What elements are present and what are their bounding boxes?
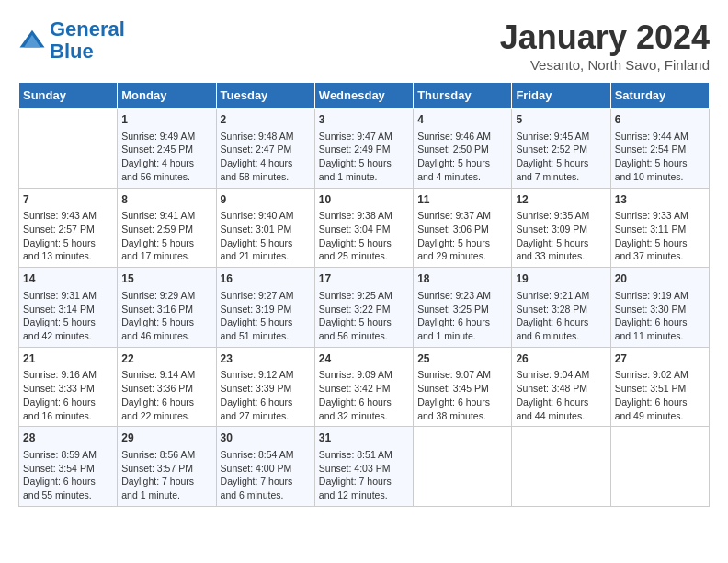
day-info-line: Daylight: 7 hours — [121, 475, 211, 488]
day-number: 14 — [23, 271, 113, 287]
calendar-week-row: 28Sunrise: 8:59 AMSunset: 3:54 PMDayligh… — [19, 427, 710, 507]
day-info-line: and 33 minutes. — [516, 249, 606, 263]
day-info-line: Sunrise: 9:41 AM — [121, 209, 211, 223]
day-info-line: Sunset: 3:06 PM — [417, 223, 507, 236]
day-info-line: Sunrise: 8:54 AM — [221, 448, 311, 462]
day-number: 12 — [516, 192, 606, 208]
day-info-line: Sunset: 2:49 PM — [319, 143, 409, 156]
day-info-line: Sunrise: 9:45 AM — [516, 130, 606, 144]
calendar-cell: 16Sunrise: 9:27 AMSunset: 3:19 PMDayligh… — [216, 268, 314, 348]
day-number: 10 — [319, 192, 409, 208]
day-info-line: Daylight: 5 hours — [121, 236, 211, 250]
day-info-line: Sunset: 3:42 PM — [319, 382, 409, 396]
day-info-line: and 13 minutes. — [23, 249, 113, 263]
day-info-line: Sunrise: 9:47 AM — [319, 130, 409, 144]
day-info-line: Sunset: 3:33 PM — [23, 382, 113, 396]
calendar-cell: 9Sunrise: 9:40 AMSunset: 3:01 PMDaylight… — [216, 188, 314, 268]
calendar-cell: 23Sunrise: 9:12 AMSunset: 3:39 PMDayligh… — [216, 347, 314, 427]
day-number: 7 — [23, 192, 113, 208]
calendar-cell — [19, 109, 118, 189]
day-info-line: Daylight: 5 hours — [516, 236, 606, 250]
logo-line1: General — [50, 17, 125, 40]
day-info-line: Sunset: 3:01 PM — [221, 223, 311, 236]
calendar-cell: 28Sunrise: 8:59 AMSunset: 3:54 PMDayligh… — [19, 427, 118, 507]
day-info-line: Sunset: 3:25 PM — [417, 303, 507, 316]
day-of-week-header: Monday — [118, 83, 216, 109]
calendar-cell: 30Sunrise: 8:54 AMSunset: 4:00 PMDayligh… — [216, 427, 314, 507]
day-number: 24 — [319, 351, 409, 367]
calendar-cell: 1Sunrise: 9:49 AMSunset: 2:45 PMDaylight… — [118, 109, 216, 189]
day-info-line: Daylight: 5 hours — [417, 156, 507, 170]
day-info-line: and 6 minutes. — [221, 488, 311, 502]
day-info-line: Daylight: 5 hours — [319, 156, 409, 170]
day-info-line: and 6 minutes. — [516, 329, 606, 343]
day-info-line: Daylight: 5 hours — [516, 156, 606, 170]
day-info-line: Daylight: 6 hours — [615, 316, 705, 329]
day-info-line: and 55 minutes. — [23, 488, 113, 502]
day-info-line: Daylight: 4 hours — [121, 156, 211, 170]
day-info-line: Sunrise: 9:07 AM — [417, 368, 507, 382]
day-info-line: Sunset: 3:19 PM — [221, 303, 311, 316]
calendar-table: SundayMondayTuesdayWednesdayThursdayFrid… — [18, 82, 710, 507]
day-info-line: Sunset: 3:16 PM — [121, 303, 211, 316]
day-number: 3 — [319, 112, 409, 128]
day-number: 5 — [516, 112, 606, 128]
day-number: 6 — [615, 112, 705, 128]
day-info-line: and 12 minutes. — [319, 488, 409, 502]
day-info-line: and 32 minutes. — [319, 409, 409, 423]
day-info-line: Daylight: 4 hours — [221, 156, 311, 170]
day-info-line: Sunrise: 9:31 AM — [23, 289, 113, 303]
day-info-line: Daylight: 5 hours — [319, 316, 409, 329]
calendar-cell: 7Sunrise: 9:43 AMSunset: 2:57 PMDaylight… — [19, 188, 118, 268]
calendar-cell: 13Sunrise: 9:33 AMSunset: 3:11 PMDayligh… — [610, 188, 709, 268]
day-info-line: and 21 minutes. — [221, 249, 311, 263]
calendar-cell: 22Sunrise: 9:14 AMSunset: 3:36 PMDayligh… — [118, 347, 216, 427]
day-info-line: Sunrise: 9:49 AM — [121, 130, 211, 144]
day-info-line: and 29 minutes. — [417, 249, 507, 263]
title-block: January 2024 Vesanto, North Savo, Finlan… — [500, 18, 710, 73]
day-info-line: Sunrise: 9:46 AM — [417, 130, 507, 144]
day-number: 31 — [319, 431, 409, 446]
day-of-week-header: Wednesday — [314, 83, 413, 109]
day-info-line: Sunset: 2:54 PM — [615, 143, 705, 156]
day-info-line: Sunrise: 8:59 AM — [23, 448, 113, 462]
day-number: 22 — [121, 351, 211, 367]
day-info-line: Sunrise: 9:27 AM — [221, 289, 311, 303]
day-info-line: and 1 minute. — [319, 170, 409, 184]
day-number: 19 — [516, 271, 606, 287]
day-info-line: and 4 minutes. — [417, 170, 507, 184]
calendar-cell: 12Sunrise: 9:35 AMSunset: 3:09 PMDayligh… — [512, 188, 610, 268]
day-info-line: Daylight: 5 hours — [221, 316, 311, 329]
day-info-line: and 42 minutes. — [23, 329, 113, 343]
day-number: 15 — [121, 271, 211, 287]
day-info-line: Daylight: 6 hours — [417, 396, 507, 409]
calendar-week-row: 21Sunrise: 9:16 AMSunset: 3:33 PMDayligh… — [19, 347, 710, 427]
day-number: 30 — [221, 431, 311, 446]
day-info-line: Daylight: 5 hours — [23, 236, 113, 250]
day-info-line: Daylight: 6 hours — [516, 396, 606, 409]
day-info-line: and 44 minutes. — [516, 409, 606, 423]
calendar-cell: 14Sunrise: 9:31 AMSunset: 3:14 PMDayligh… — [19, 268, 118, 348]
day-info-line: Sunset: 2:57 PM — [23, 223, 113, 236]
day-info-line: Sunrise: 9:16 AM — [23, 368, 113, 382]
calendar-cell: 10Sunrise: 9:38 AMSunset: 3:04 PMDayligh… — [314, 188, 413, 268]
day-of-week-header: Sunday — [19, 83, 118, 109]
day-info-line: Sunrise: 9:04 AM — [516, 368, 606, 382]
day-info-line: Daylight: 5 hours — [319, 236, 409, 250]
day-info-line: and 10 minutes. — [615, 170, 705, 184]
calendar-cell: 31Sunrise: 8:51 AMSunset: 4:03 PMDayligh… — [314, 427, 413, 507]
day-number: 13 — [615, 192, 705, 208]
day-info-line: Sunset: 3:11 PM — [615, 223, 705, 236]
day-info-line: and 37 minutes. — [615, 249, 705, 263]
calendar-cell: 29Sunrise: 8:56 AMSunset: 3:57 PMDayligh… — [118, 427, 216, 507]
calendar-cell — [610, 427, 709, 507]
calendar-cell: 15Sunrise: 9:29 AMSunset: 3:16 PMDayligh… — [118, 268, 216, 348]
day-of-week-header: Friday — [512, 83, 610, 109]
day-info-line: Sunrise: 9:29 AM — [121, 289, 211, 303]
day-info-line: and 49 minutes. — [615, 409, 705, 423]
day-info-line: Daylight: 7 hours — [221, 475, 311, 488]
day-info-line: Sunrise: 9:48 AM — [221, 130, 311, 144]
logo-line2: Blue — [50, 40, 94, 63]
calendar-cell: 4Sunrise: 9:46 AMSunset: 2:50 PMDaylight… — [414, 109, 512, 189]
day-info-line: Sunset: 3:57 PM — [121, 462, 211, 476]
